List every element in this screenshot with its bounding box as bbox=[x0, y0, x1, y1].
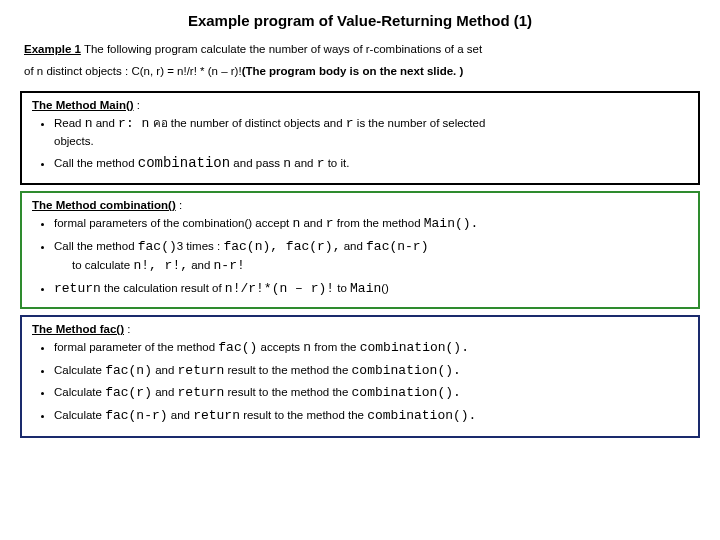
t: and bbox=[300, 217, 326, 229]
code-return: return bbox=[178, 385, 225, 400]
intro-part1: The following program calculate the numb… bbox=[81, 43, 482, 55]
t: result to the method the bbox=[224, 364, 351, 376]
fac-bullet-2: Calculate fac(n) and return result to th… bbox=[54, 361, 688, 381]
code-r: r bbox=[326, 216, 334, 231]
t: and bbox=[152, 386, 178, 398]
t: : bbox=[126, 116, 134, 131]
t: the calculation result of bbox=[101, 282, 225, 294]
code-combination: combination(). bbox=[352, 385, 461, 400]
slide-title: Example program of Value-Returning Metho… bbox=[18, 12, 702, 29]
code-return: return bbox=[178, 363, 225, 378]
code-main: Main bbox=[350, 281, 381, 296]
fac-method-box: The Method fac() : formal parameter of t… bbox=[20, 315, 700, 438]
code-facn: fac(n) bbox=[105, 363, 152, 378]
t: is the number of selected bbox=[354, 117, 486, 129]
t: and bbox=[152, 364, 178, 376]
t: and bbox=[168, 409, 194, 421]
t: from the method bbox=[334, 217, 424, 229]
code-facnr: fac(n-r) bbox=[105, 408, 167, 423]
combination-method-box: The Method combination() : formal parame… bbox=[20, 191, 700, 309]
t: objects. bbox=[54, 133, 688, 150]
t: Read bbox=[54, 117, 85, 129]
t: result to the method the bbox=[240, 409, 367, 421]
main-bullet-1: Read n and r: n คอ the number of distinc… bbox=[54, 114, 688, 151]
code-n: n bbox=[303, 340, 311, 355]
t: Calculate bbox=[54, 386, 105, 398]
colon: : bbox=[124, 323, 130, 335]
fac-bullet-3: Calculate fac(r) and return result to th… bbox=[54, 383, 688, 403]
code-combination: combination(). bbox=[360, 340, 469, 355]
code-facr: fac(r) bbox=[105, 385, 152, 400]
code-fac: fac() bbox=[218, 340, 257, 355]
t: formal parameters of the combination() a… bbox=[54, 217, 292, 229]
code-combination: combination(). bbox=[352, 363, 461, 378]
fac-heading-row: The Method fac() : bbox=[32, 323, 688, 335]
fac-bullets: formal parameter of the method fac() acc… bbox=[54, 338, 688, 425]
fac-heading: The Method fac() bbox=[32, 323, 124, 335]
comb-heading: The Method combination() bbox=[32, 199, 176, 211]
t: and bbox=[188, 259, 214, 271]
main-heading-row: The Method Main() : bbox=[32, 99, 688, 111]
main-bullet-2: Call the method combination and pass n a… bbox=[54, 153, 688, 174]
code-main: Main(). bbox=[424, 216, 479, 231]
intro-part2: of n distinct objects : C(n, r) = n!/r! … bbox=[24, 65, 242, 77]
fac-bullet-4: Calculate fac(n-r) and return result to … bbox=[54, 406, 688, 426]
t: from the bbox=[311, 341, 360, 353]
t: Calculate bbox=[54, 364, 105, 376]
fac-bullet-1: formal parameter of the method fac() acc… bbox=[54, 338, 688, 358]
t: and bbox=[93, 117, 119, 129]
comb-bullet-1: formal parameters of the combination() a… bbox=[54, 214, 688, 234]
main-heading: The Method Main() bbox=[32, 99, 134, 111]
colon: : bbox=[176, 199, 182, 211]
code-n2: n bbox=[134, 116, 150, 131]
comb-heading-row: The Method combination() : bbox=[32, 199, 688, 211]
code-calls: fac(n), fac(r), bbox=[223, 239, 340, 254]
code-formula: n!/r!*(n – r)! bbox=[225, 281, 334, 296]
t: () bbox=[381, 282, 389, 294]
intro-text: Example 1 The following program calculat… bbox=[24, 39, 702, 83]
code-facnr: fac(n-r) bbox=[366, 239, 428, 254]
t: and bbox=[340, 240, 366, 252]
code-r2: r bbox=[346, 116, 354, 131]
code-exp2: n-r! bbox=[214, 258, 245, 273]
t: Calculate bbox=[54, 409, 105, 421]
intro-bold: (The program body is on the next slide. … bbox=[242, 65, 464, 77]
t: to bbox=[334, 282, 350, 294]
code-n: n bbox=[85, 116, 93, 131]
code-combination: combination(). bbox=[367, 408, 476, 423]
code-return: return bbox=[54, 281, 101, 296]
code-fac: fac() bbox=[138, 239, 177, 254]
code-combination: combination bbox=[138, 155, 230, 171]
t: formal parameter of the method bbox=[54, 341, 218, 353]
t: to calculate bbox=[72, 259, 133, 271]
t: accepts bbox=[257, 341, 303, 353]
t: and bbox=[291, 157, 317, 169]
code-return: return bbox=[193, 408, 240, 423]
code-r: r bbox=[118, 116, 126, 131]
t: 3 times : bbox=[177, 240, 224, 252]
main-bullets: Read n and r: n คอ the number of distinc… bbox=[54, 114, 688, 175]
comb-bullet-3: return the calculation result of n!/r!*(… bbox=[54, 279, 688, 299]
main-method-box: The Method Main() : Read n and r: n คอ t… bbox=[20, 91, 700, 186]
t: the number of distinct objects and bbox=[171, 117, 346, 129]
colon: : bbox=[134, 99, 140, 111]
comb-bullets: formal parameters of the combination() a… bbox=[54, 214, 688, 298]
code-exp: n!, r!, bbox=[133, 258, 188, 273]
t: result to the method the bbox=[224, 386, 351, 398]
t: and pass bbox=[230, 157, 283, 169]
t: to it. bbox=[324, 157, 349, 169]
comb-bullet-2-sub: to calculate n!, r!, and n-r! bbox=[72, 256, 688, 276]
t: Call the method bbox=[54, 157, 138, 169]
thai: คอ bbox=[149, 117, 170, 129]
code-n: n bbox=[283, 156, 291, 171]
t: Call the method bbox=[54, 240, 138, 252]
comb-bullet-2: Call the method fac()3 times : fac(n), f… bbox=[54, 237, 688, 276]
example-label: Example 1 bbox=[24, 43, 81, 55]
